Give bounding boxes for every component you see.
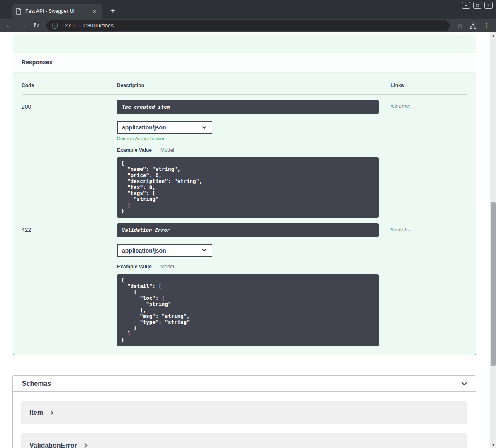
tab-separator — [156, 147, 156, 153]
opblock-responses-section: Responses Code Description Links 200 The… — [13, 35, 476, 355]
example-value-code-block: { "detail": [ { "loc": [ "string" ], "ms… — [117, 274, 379, 346]
response-row-200: 200 The created item application/json Co… — [22, 95, 467, 218]
chevron-down-icon — [202, 248, 207, 252]
column-header-links: Links — [391, 83, 467, 88]
media-type-select[interactable]: application/json — [117, 121, 212, 134]
url-text: 127.0.0.1:8000/docs — [61, 22, 114, 29]
responses-table-header: Code Description Links — [22, 77, 467, 95]
tab-example-value[interactable]: Example Value — [117, 264, 152, 270]
tab-close-icon[interactable]: × — [91, 7, 98, 15]
extensions-icon[interactable] — [467, 20, 479, 32]
forward-button[interactable]: → — [17, 20, 29, 32]
window-maximize-button[interactable]: □ — [473, 2, 481, 9]
media-type-value: application/json — [122, 247, 166, 254]
model-name: ValidationError — [29, 442, 77, 448]
media-type-select[interactable]: application/json — [117, 244, 212, 257]
schemas-section: Schemas Item ValidationError — [12, 375, 476, 448]
window-close-button[interactable]: × — [484, 2, 493, 9]
example-value-code-block: { "name": "string", "price": 0, "descrip… — [117, 157, 379, 218]
browser-tab[interactable]: Fast API - Swagger UI × — [12, 4, 102, 19]
window-controls: – □ × — [462, 2, 493, 9]
response-links: No links — [391, 223, 467, 346]
chevron-down-icon — [461, 379, 468, 386]
column-header-description: Description — [117, 83, 391, 88]
window-minimize-button[interactable]: – — [462, 2, 470, 9]
opblock-body-spacer — [13, 35, 476, 53]
media-type-value: application/json — [122, 124, 166, 131]
tab-example-value[interactable]: Example Value — [117, 147, 152, 153]
kebab-menu-icon[interactable]: ⋮ — [480, 20, 493, 32]
schema-model-item[interactable]: Item — [21, 401, 467, 424]
model-name: Item — [29, 409, 43, 416]
page-scrollbar[interactable]: ▲ ▼ — [490, 32, 496, 448]
chevron-right-icon — [49, 410, 53, 415]
response-description: Validation Error — [117, 223, 379, 237]
response-links: No links — [391, 100, 467, 218]
schemas-header[interactable]: Schemas — [13, 376, 476, 392]
response-description-cell: Validation Error application/json Exampl… — [117, 223, 391, 346]
new-tab-button[interactable]: + — [108, 6, 118, 15]
browser-toolbar: ← → ↻ ⓘ 127.0.0.1:8000/docs ☆ ⋮ — [0, 19, 496, 32]
tab-model[interactable]: Model — [160, 264, 174, 270]
address-bar[interactable]: ⓘ 127.0.0.1:8000/docs — [46, 20, 450, 31]
response-description: The created item — [117, 100, 379, 114]
page-info-icon[interactable]: ⓘ — [52, 23, 58, 29]
tab-separator — [156, 264, 156, 270]
response-code: 422 — [22, 223, 117, 346]
response-row-422: 422 Validation Error application/json Ex… — [22, 218, 467, 346]
page-favicon-icon — [16, 8, 22, 15]
page-viewport: Responses Code Description Links 200 The… — [0, 32, 496, 448]
tab-model[interactable]: Model — [160, 147, 174, 153]
example-model-tabs: Example Value Model — [117, 147, 391, 153]
scrollbar-thumb[interactable] — [491, 202, 496, 366]
back-button[interactable]: ← — [3, 20, 16, 32]
browser-titlebar: Fast API - Swagger UI × + – □ × — [0, 0, 496, 19]
responses-section-header: Responses — [13, 53, 476, 72]
column-header-code: Code — [22, 83, 117, 88]
swagger-page: Responses Code Description Links 200 The… — [0, 35, 490, 448]
response-description-cell: The created item application/json Contro… — [117, 100, 391, 218]
reload-button[interactable]: ↻ — [30, 20, 42, 32]
chevron-right-icon — [83, 443, 87, 448]
schemas-title: Schemas — [22, 380, 51, 387]
tab-title: Fast API - Swagger UI — [25, 8, 87, 14]
bookmark-star-icon[interactable]: ☆ — [454, 20, 466, 32]
responses-title: Responses — [22, 59, 53, 66]
example-model-tabs: Example Value Model — [117, 264, 391, 270]
scrollbar-up-arrow[interactable]: ▲ — [490, 32, 496, 39]
response-code: 200 — [22, 100, 117, 218]
accept-header-note: Controls Accept header. — [117, 136, 391, 141]
scrollbar-down-arrow[interactable]: ▼ — [490, 441, 496, 448]
chevron-down-icon — [202, 124, 207, 129]
schema-model-validationerror[interactable]: ValidationError — [21, 433, 467, 448]
responses-table: Code Description Links 200 The created i… — [13, 72, 476, 355]
